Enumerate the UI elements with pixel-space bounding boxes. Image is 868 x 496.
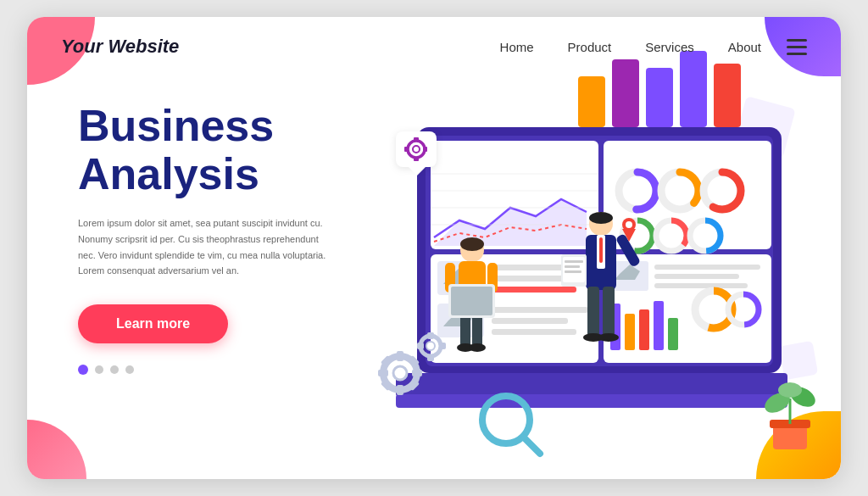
carousel-dots: [78, 365, 400, 375]
svg-rect-75: [414, 137, 419, 142]
illustration: [349, 42, 841, 466]
svg-rect-54: [396, 394, 787, 408]
nav-product[interactable]: Product: [568, 40, 612, 54]
dot-4[interactable]: [125, 365, 134, 374]
page-wrapper: Your Website Home Product Services About…: [27, 17, 841, 479]
nav-about[interactable]: About: [728, 40, 761, 54]
svg-line-80: [525, 438, 540, 454]
svg-rect-98: [603, 287, 615, 337]
hero-subtitle: Lorem ipsum dolor sit amet, sea putant s…: [78, 215, 332, 279]
svg-point-87: [469, 343, 486, 352]
hamburger-menu[interactable]: [787, 39, 807, 55]
dot-1[interactable]: [78, 365, 88, 375]
hero-content: Business Analysis Lorem ipsum dolor sit …: [78, 102, 400, 375]
svg-rect-76: [414, 157, 419, 161]
svg-point-66: [426, 342, 435, 350]
svg-rect-104: [565, 260, 583, 263]
svg-rect-105: [565, 265, 580, 268]
svg-rect-96: [599, 237, 603, 263]
svg-rect-106: [565, 270, 581, 273]
svg-rect-31: [492, 276, 568, 281]
svg-point-93: [589, 212, 613, 224]
navbar: Your Website Home Product Services About: [27, 17, 841, 76]
svg-rect-47: [654, 301, 664, 350]
svg-rect-35: [492, 307, 588, 313]
svg-rect-68: [427, 354, 434, 361]
svg-rect-42: [654, 274, 739, 279]
svg-rect-36: [492, 318, 568, 324]
dot-2[interactable]: [95, 365, 103, 374]
hamburger-line-3: [787, 53, 807, 55]
svg-rect-77: [404, 147, 409, 152]
svg-rect-2: [646, 68, 673, 127]
svg-point-82: [460, 237, 484, 251]
svg-rect-97: [587, 287, 599, 337]
svg-rect-70: [439, 343, 446, 349]
svg-rect-78: [423, 147, 427, 152]
svg-point-100: [598, 333, 619, 342]
svg-point-74: [413, 146, 420, 153]
svg-rect-45: [625, 314, 635, 350]
nav-links: Home Product Services About: [500, 40, 761, 54]
hamburger-line-1: [787, 39, 807, 42]
svg-rect-60: [412, 370, 422, 376]
svg-rect-91: [451, 287, 492, 315]
hamburger-line-2: [787, 46, 807, 48]
svg-rect-69: [417, 343, 424, 349]
svg-point-109: [626, 221, 632, 228]
nav-services[interactable]: Services: [645, 40, 694, 54]
svg-point-115: [778, 382, 802, 398]
svg-rect-53: [396, 373, 787, 397]
svg-rect-58: [397, 385, 403, 395]
logo: Your Website: [61, 36, 179, 58]
learn-more-button[interactable]: Learn more: [78, 304, 228, 343]
svg-rect-32: [492, 287, 576, 293]
svg-rect-37: [492, 329, 576, 335]
illustration-svg: [349, 42, 841, 466]
svg-rect-46: [639, 309, 649, 350]
dot-3[interactable]: [110, 365, 119, 374]
svg-rect-67: [427, 332, 434, 339]
corner-decoration-bl: [27, 420, 86, 479]
svg-rect-41: [654, 265, 760, 270]
svg-rect-48: [668, 318, 678, 350]
hero-title: Business Analysis: [78, 102, 400, 198]
svg-rect-43: [654, 283, 748, 288]
nav-home[interactable]: Home: [500, 40, 534, 54]
svg-rect-0: [578, 76, 605, 127]
